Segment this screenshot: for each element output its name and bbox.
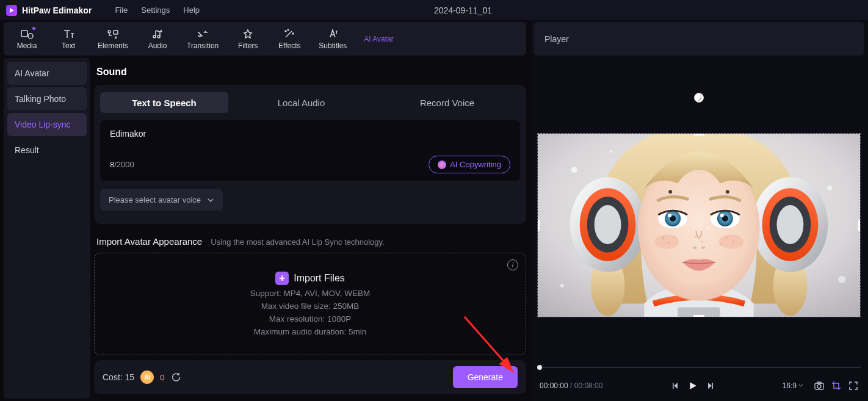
- svg-point-53: [707, 228, 709, 229]
- svg-point-50: [693, 247, 696, 249]
- svg-point-38: [668, 214, 671, 217]
- resize-handle-bottom[interactable]: [693, 315, 704, 317]
- svg-point-13: [571, 167, 577, 173]
- svg-point-45: [725, 237, 727, 239]
- svg-point-27: [777, 205, 804, 244]
- resize-handle-left[interactable]: [537, 220, 540, 231]
- import-heading-row: Import Avatar Appearance Using the most …: [96, 236, 524, 247]
- preview-area: 00:00:00 / 00:08:00 16:9: [530, 56, 868, 401]
- player-controls: 00:00:00 / 00:08:00 16:9: [533, 374, 864, 397]
- time-display: 00:00:00 / 00:08:00: [540, 381, 602, 390]
- import-dropzone[interactable]: i + Import Files Support: MP4, AVI, MOV,…: [94, 253, 526, 355]
- subtitles-icon: [326, 28, 339, 40]
- tool-audio[interactable]: Audio: [145, 28, 170, 50]
- coin-count: 0: [160, 373, 164, 382]
- tab-local-audio[interactable]: Local Audio: [228, 92, 374, 113]
- snapshot-icon[interactable]: [814, 381, 824, 391]
- project-title: 2024-09-11_01: [211, 5, 862, 15]
- tool-transition[interactable]: Transition: [187, 28, 219, 50]
- svg-marker-0: [10, 8, 14, 13]
- plus-icon: +: [275, 272, 289, 285]
- menu-help[interactable]: Help: [183, 5, 200, 15]
- play-icon[interactable]: [688, 381, 698, 391]
- tool-elements[interactable]: Elements: [98, 28, 128, 50]
- svg-point-47: [720, 244, 721, 245]
- svg-point-9: [288, 29, 289, 31]
- tool-subtitles[interactable]: Subtitles: [319, 28, 347, 50]
- resize-handle-right[interactable]: [858, 220, 861, 231]
- info-icon[interactable]: i: [507, 259, 518, 270]
- svg-point-17: [610, 150, 612, 153]
- playback-track[interactable]: [537, 363, 861, 372]
- svg-rect-58: [712, 383, 713, 389]
- tool-media[interactable]: Media: [15, 28, 39, 50]
- text-icon: [62, 28, 75, 40]
- svg-rect-57: [673, 383, 674, 389]
- tool-effects[interactable]: Effects: [277, 28, 302, 50]
- tts-text-input[interactable]: Edimakor 8/2000 AI Copywriting: [100, 120, 520, 181]
- menu-file[interactable]: File: [115, 5, 128, 15]
- import-files-button[interactable]: + Import Files: [275, 272, 345, 285]
- svg-point-41: [719, 234, 743, 249]
- fullscreen-icon[interactable]: [848, 381, 858, 391]
- tab-text-to-speech[interactable]: Text to Speech: [100, 92, 228, 113]
- sidebar-item-result[interactable]: Result: [7, 139, 87, 162]
- main-toolbar: Media Text Elements Audio Transition Fil…: [4, 22, 526, 56]
- player-header: Player: [533, 22, 864, 56]
- ai-copywriting-button[interactable]: AI Copywriting: [429, 156, 510, 173]
- svg-rect-61: [817, 382, 821, 383]
- svg-point-51: [701, 247, 705, 249]
- next-frame-icon[interactable]: [705, 381, 715, 391]
- svg-rect-4: [114, 31, 118, 34]
- prev-frame-icon[interactable]: [671, 381, 681, 391]
- dz-dur: Maximum audio duration: 5min: [254, 327, 367, 336]
- svg-point-5: [153, 35, 156, 38]
- tool-filters[interactable]: Filters: [236, 28, 260, 50]
- tool-text[interactable]: Text: [56, 28, 81, 50]
- title-bar: HitPaw Edimakor File Settings Help 2024-…: [0, 0, 868, 20]
- tool-ai-avatar[interactable]: AI Avatar: [364, 35, 393, 43]
- voice-select[interactable]: Please select avatar voice: [100, 189, 223, 211]
- svg-point-39: [720, 214, 724, 217]
- resize-handle-top[interactable]: [693, 133, 704, 135]
- sidebar-item-talking-photo[interactable]: Talking Photo: [7, 87, 87, 110]
- coin-icon: AI: [140, 370, 154, 384]
- bottom-bar: Cost: 15 AI 0 Generate: [94, 360, 526, 394]
- menu-settings[interactable]: Settings: [141, 5, 170, 15]
- svg-point-54: [693, 252, 694, 253]
- crop-icon[interactable]: [831, 381, 841, 391]
- svg-point-6: [157, 35, 160, 38]
- sidebar: AI Avatar Talking Photo Video Lip-sync R…: [4, 58, 90, 399]
- app-title: HitPaw Edimakor: [22, 5, 92, 15]
- rotate-handle[interactable]: [694, 93, 704, 103]
- sound-heading: Sound: [96, 67, 524, 78]
- sparkle-icon: [438, 161, 446, 169]
- playhead[interactable]: [537, 365, 542, 370]
- svg-point-8: [285, 31, 286, 32]
- import-subheading: Using the most advanced AI Lip Sync tech…: [211, 237, 384, 247]
- svg-point-60: [817, 385, 821, 388]
- filters-icon: [241, 28, 255, 40]
- svg-point-42: [662, 237, 664, 239]
- tts-text-value: Edimakor: [110, 129, 510, 139]
- svg-point-16: [560, 284, 564, 287]
- aspect-ratio[interactable]: 16:9: [783, 381, 803, 390]
- sidebar-item-ai-avatar[interactable]: AI Avatar: [7, 62, 87, 85]
- chevron-down-icon: [207, 197, 214, 204]
- svg-point-7: [161, 31, 162, 32]
- tab-record-voice[interactable]: Record Voice: [374, 92, 520, 113]
- content-panel: Sound Text to Speech Local Audio Record …: [94, 58, 526, 399]
- svg-point-55: [715, 248, 716, 250]
- audio-icon: [151, 28, 164, 40]
- svg-point-48: [695, 236, 696, 237]
- svg-rect-1: [21, 31, 27, 37]
- refresh-icon[interactable]: [170, 372, 181, 383]
- svg-point-10: [292, 33, 294, 34]
- svg-point-15: [838, 276, 845, 283]
- preview-canvas[interactable]: [537, 133, 861, 317]
- generate-button[interactable]: Generate: [453, 366, 518, 388]
- elements-icon: [106, 28, 120, 40]
- sidebar-item-video-lip-sync[interactable]: Video Lip-sync: [7, 113, 87, 136]
- svg-point-26: [595, 205, 621, 244]
- sound-block: Text to Speech Local Audio Record Voice …: [94, 85, 526, 224]
